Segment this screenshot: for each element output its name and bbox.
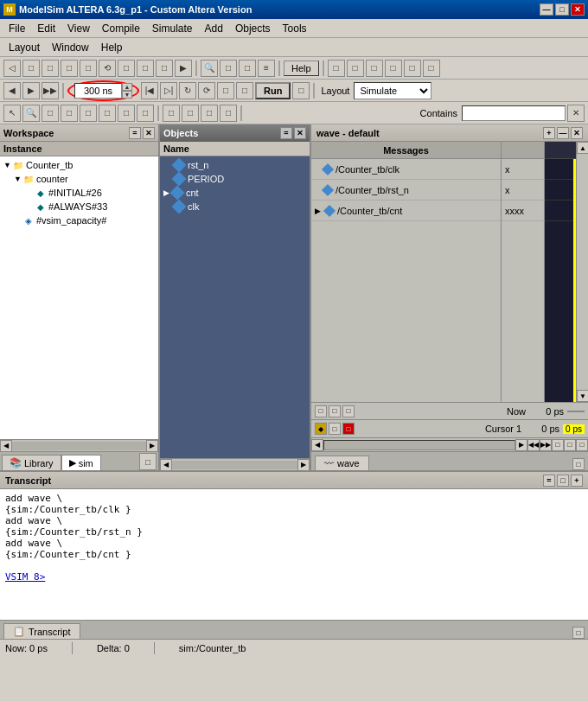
obj-item-period[interactable]: PERIOD [162,172,308,186]
menu-help[interactable]: Help [96,40,128,55]
tb-btn-12[interactable]: □ [239,60,256,77]
transcript-content[interactable]: add wave \ {sim:/Counter_tb/clk } add wa… [0,489,588,620]
tb-btn-9[interactable]: □ [156,60,173,77]
workspace-close-btn[interactable]: ✕ [143,127,155,139]
wave-btn-3[interactable]: □ [201,105,218,122]
library-tab[interactable]: 📚 Library [2,455,61,470]
tb-btn-5[interactable]: □ [80,60,97,77]
time-input[interactable] [74,83,122,99]
sim-btn-6[interactable]: □ [236,82,253,99]
tb-btn-14[interactable]: □ [328,60,345,77]
tb-btn-8[interactable]: □ [137,60,154,77]
objects-close-btn[interactable]: ✕ [294,127,306,139]
tb-btn-15[interactable]: □ [347,60,364,77]
obj-item-rst-n[interactable]: rst_n [162,158,308,172]
wave-tab-extra[interactable]: □ [572,458,585,470]
wave-cursor-icon-3[interactable]: □ [342,423,355,435]
close-button[interactable]: ✕ [571,3,585,16]
zoom-4[interactable]: □ [80,105,97,122]
ws-scroll-left[interactable]: ◀ [0,440,12,452]
run-button[interactable]: Run [255,82,291,99]
wave-icon-2[interactable]: □ [329,405,341,417]
wave-hscroll-end[interactable]: □ [552,439,564,451]
tb-btn-16[interactable]: □ [366,60,383,77]
layout-select[interactable]: Simulate [354,82,431,99]
zoom-3[interactable]: □ [61,105,78,122]
transcript-close-btn[interactable]: + [571,475,583,487]
wave-hscroll-far-left[interactable]: ◀◀ [527,439,540,451]
sim-btn-1[interactable]: |◀ [141,82,158,99]
tb-btn-2[interactable]: □ [22,60,40,77]
sim-tab[interactable]: ▶ sim [61,455,101,470]
wave-tab[interactable]: 〰 wave [315,456,369,470]
wave-sig-rst-n[interactable]: /Counter_tb/rst_n [311,180,501,201]
time-down-btn[interactable]: ▼ [122,91,132,99]
wave-hscroll-right[interactable]: ▶ [515,439,527,451]
tb-btn-10[interactable]: ▶ [175,60,192,77]
wave-btn-4[interactable]: □ [220,105,237,122]
tb-btn-3[interactable]: □ [42,60,59,77]
sim-back-btn[interactable]: ◀ [3,82,21,99]
vsim-prompt[interactable]: VSIM 8> [5,571,45,583]
obj-scroll-left[interactable]: ◀ [160,459,172,471]
zoom-out-btn[interactable]: □ [42,105,59,122]
transcript-pin-btn[interactable]: = [543,475,555,487]
menu-window[interactable]: Window [47,40,94,55]
wave-icon-1[interactable]: □ [315,405,327,417]
menu-layout[interactable]: Layout [3,40,45,55]
menu-tools[interactable]: Tools [278,21,312,36]
tb-btn-search[interactable]: 🔍 [201,60,218,77]
tree-item-counter[interactable]: ▼ 📁 counter [2,172,157,186]
wave-scroll-down[interactable]: ▼ [577,390,588,402]
obj-scroll-track[interactable] [172,461,297,469]
menu-compile[interactable]: Compile [97,21,145,36]
cursor-btn[interactable]: ↖ [3,105,21,122]
tree-item-initial26[interactable]: ◆ #INITIAL#26 [2,186,157,200]
wave-pin-btn[interactable]: + [543,127,555,139]
sim-btn-4[interactable]: ⟳ [198,82,215,99]
menu-file[interactable]: File [3,21,30,36]
maximize-button[interactable]: □ [555,3,569,16]
transcript-extra-btn[interactable]: □ [557,475,569,487]
tb-btn-4[interactable]: □ [61,60,78,77]
zoom-7[interactable]: □ [137,105,154,122]
tree-expand-counter-tb[interactable]: ▼ [3,161,12,169]
tb-btn-13[interactable]: ≡ [258,60,275,77]
wave-btn-2[interactable]: □ [182,105,199,122]
wave-btn-1[interactable]: □ [163,105,180,122]
sim-btn-3[interactable]: ↻ [179,82,196,99]
wave-icon-3[interactable]: □ [342,405,355,417]
time-up-btn[interactable]: ▲ [122,83,132,91]
ws-scroll-right[interactable]: ▶ [146,440,158,452]
wave-scroll-track[interactable] [577,154,588,390]
wave-min-btn[interactable]: — [557,127,569,139]
wave-scroll-up[interactable]: ▲ [577,142,588,154]
tree-expand-counter[interactable]: ▼ [14,175,22,183]
workspace-pin-btn[interactable]: = [129,127,141,139]
tree-item-counter-tb[interactable]: ▼ 📁 Counter_tb [2,158,157,172]
wave-right-extra[interactable]: □ [576,439,588,451]
zoom-6[interactable]: □ [118,105,135,122]
ws-tab-btn[interactable]: □ [139,453,157,470]
menu-objects[interactable]: Objects [230,21,276,36]
wave-cursor-icon-2[interactable]: □ [329,423,341,435]
tb-btn-11[interactable]: □ [220,60,237,77]
tree-item-vsim-capacity[interactable]: ◈ #vsim_capacity# [2,213,157,227]
sim-btn-2[interactable]: ▷| [160,82,177,99]
tb-btn-19[interactable]: □ [423,60,440,77]
tree-item-always33[interactable]: ◆ #ALWAYS#33 [2,200,157,213]
menu-simulate[interactable]: Simulate [147,21,198,36]
transcript-tab-extra[interactable]: □ [572,627,585,639]
tb-btn-1[interactable]: ◁ [3,60,21,77]
wave-hscroll-track[interactable] [323,440,515,450]
wave-close-btn[interactable]: ✕ [571,127,583,139]
sim-btn-5[interactable]: □ [217,82,234,99]
wave-hscroll-left[interactable]: ◀ [311,439,323,451]
contains-clear-btn[interactable]: ✕ [567,105,585,122]
sim-fwd-btn[interactable]: ▶▶ [42,82,59,99]
minimize-button[interactable]: — [540,3,553,16]
wave-sig-cnt[interactable]: ▶ /Counter_tb/cnt [311,201,501,221]
obj-scroll-right[interactable]: ▶ [297,459,310,471]
tb-btn-18[interactable]: □ [404,60,421,77]
tb-btn-17[interactable]: □ [385,60,402,77]
